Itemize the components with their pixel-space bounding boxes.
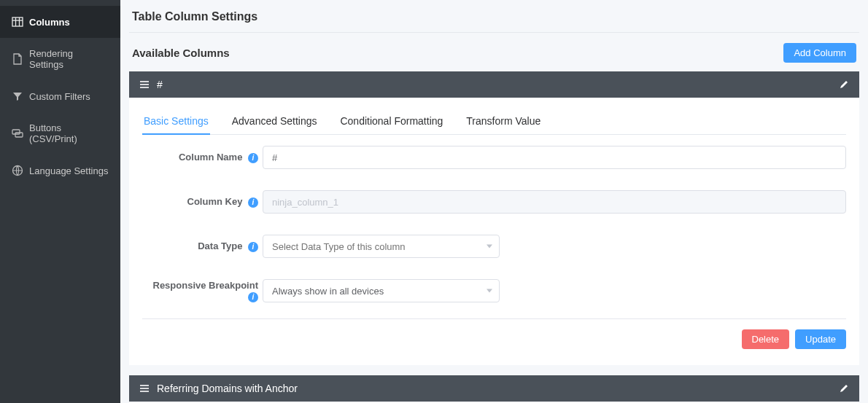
svg-rect-5 [15,133,23,137]
table-icon [12,16,23,28]
sidebar: Columns Rendering Settings Custom Filter… [0,0,120,403]
tab-conditional-formatting[interactable]: Conditional Formatting [338,108,444,134]
column-name-label: Column Name i [142,152,263,163]
update-button[interactable]: Update [795,329,846,349]
sidebar-item-columns[interactable]: Columns [0,6,120,38]
add-column-button[interactable]: Add Column [783,43,856,63]
sidebar-item-label: Buttons (CSV/Print) [29,122,109,144]
delete-button[interactable]: Delete [742,329,790,349]
responsive-breakpoint-label: Responsive Breakpoint i [142,280,263,302]
filter-icon [12,90,23,102]
responsive-breakpoint-select[interactable] [263,279,500,302]
tab-basic-settings[interactable]: Basic Settings [142,108,210,134]
pencil-icon[interactable] [839,79,849,90]
sidebar-item-label: Columns [29,17,70,28]
page-title: Table Column Settings [129,1,859,33]
sidebar-item-label: Language Settings [29,165,108,176]
language-icon [12,165,23,176]
data-type-select[interactable] [263,235,500,258]
document-icon [12,53,23,65]
column-key-label: Column Key i [142,196,263,208]
data-type-label: Data Type i [142,240,263,252]
main-content: Table Column Settings Available Columns … [120,0,868,403]
column-header-collapsed[interactable]: Referring Domains with Anchor [129,375,859,402]
tab-transform-value[interactable]: Transform Value [465,108,542,134]
column-header-open[interactable]: # [129,71,859,98]
info-icon[interactable]: i [248,153,258,163]
sidebar-item-label: Custom Filters [29,91,90,102]
sidebar-item-rendering-settings[interactable]: Rendering Settings [0,38,120,80]
info-icon[interactable]: i [248,197,258,208]
pencil-icon[interactable] [839,383,849,394]
svg-rect-4 [12,130,20,134]
svg-rect-0 [12,17,23,26]
column-name-input[interactable] [263,146,846,169]
tabs: Basic Settings Advanced Settings Conditi… [142,98,846,135]
sidebar-item-custom-filters[interactable]: Custom Filters [0,80,120,112]
tab-advanced-settings[interactable]: Advanced Settings [230,108,319,134]
sidebar-item-label: Rendering Settings [29,48,109,70]
sidebar-item-buttons[interactable]: Buttons (CSV/Print) [0,112,120,154]
drag-handle-icon[interactable] [139,79,150,90]
column-title: Referring Domains with Anchor [157,383,298,394]
section-title: Available Columns [132,47,230,59]
column-title: # [157,79,163,90]
column-key-input [263,190,846,214]
buttons-icon [12,128,23,139]
info-icon[interactable]: i [248,242,258,252]
sidebar-item-language-settings[interactable]: Language Settings [0,154,120,187]
column-panel: Basic Settings Advanced Settings Conditi… [129,98,859,365]
info-icon[interactable]: i [248,292,258,302]
drag-handle-icon[interactable] [139,383,150,394]
